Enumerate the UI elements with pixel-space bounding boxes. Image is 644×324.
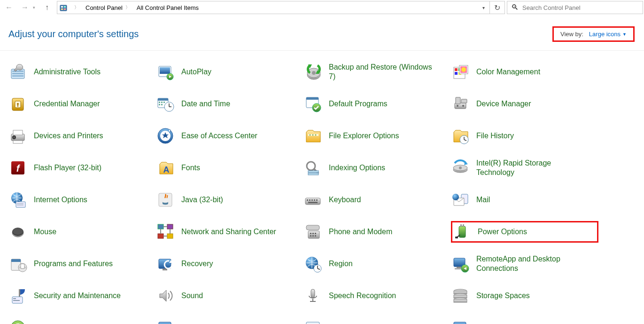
cp-item-region[interactable]: Region [303,253,451,275]
file-explorer-icon [303,126,322,145]
speech-icon [303,286,322,305]
phone-modem-icon [303,222,322,241]
cp-item-storage-spaces[interactable]: Storage Spaces [451,285,598,307]
cp-item-mouse[interactable]: Mouse [8,221,156,243]
system-icon [156,318,175,324]
view-by-control[interactable]: View by: Large icons▼ [552,26,635,42]
taskbar-icon [303,318,322,324]
cp-item-label: Network and Sharing Center [181,227,276,237]
back-button[interactable]: ← [5,3,13,12]
cp-item-date-and-time[interactable]: Date and Time [156,93,303,115]
fonts-icon [156,158,175,177]
cp-item-backup-and-restore-windows-7[interactable]: Backup and Restore (Windows 7) [303,61,451,83]
cp-item-label: File Explorer Options [329,131,399,141]
cp-item-remoteapp-and-desktop-connections[interactable]: RemoteApp and Desktop Connections [451,253,598,275]
cp-item-speech-recognition[interactable]: Speech Recognition [303,285,451,307]
breadcrumb-root[interactable]: 〉 [70,1,84,14]
cp-item-security-and-maintenance[interactable]: Security and Maintenance [8,285,156,307]
cp-item-label: Ease of Access Center [181,131,257,141]
device-mgr-icon [451,95,470,113]
view-by-dropdown[interactable]: Large icons▼ [589,31,627,38]
chevron-right-icon: 〉 [71,4,82,11]
breadcrumb-control-panel[interactable]: Control Panel〉 [84,1,135,14]
refresh-button[interactable]: ↻ [489,1,504,14]
troubleshoot-icon [451,318,470,324]
chevron-down-icon: ▼ [622,32,627,37]
cp-item-file-history[interactable]: File History [451,125,598,147]
cp-item-file-explorer-options[interactable]: File Explorer Options [303,125,451,147]
cp-item-system[interactable]: System [156,317,303,324]
cp-item-administrative-tools[interactable]: Administrative Tools [8,61,156,83]
address-history-dropdown[interactable]: ▾ [478,5,489,10]
cp-item-flash-player-32-bit[interactable]: Flash Player (32-bit) [8,157,156,179]
cp-item-taskbar-and-navigation[interactable]: Taskbar and Navigation [303,317,451,324]
cp-item-label: Fonts [181,163,200,173]
cp-item-label: Backup and Restore (Windows 7) [329,63,437,81]
indexing-icon [303,158,322,177]
cp-item-label: Recovery [181,259,213,269]
address-bar[interactable]: 〉 Control Panel〉 All Control Panel Items… [57,1,505,14]
cp-item-label: Mouse [34,227,56,237]
cp-item-label: Internet Options [34,195,87,205]
cp-item-device-manager[interactable]: Device Manager [451,93,598,115]
cp-item-autoplay[interactable]: AutoPlay [156,61,303,83]
cp-item-credential-manager[interactable]: Credential Manager [8,93,156,115]
cp-item-label: Color Management [476,67,540,77]
cp-item-label: Power Options [478,227,527,237]
cp-item-label: Sound [181,291,203,300]
cp-item-color-management[interactable]: Color Management [451,61,598,83]
cp-item-recovery[interactable]: Recovery [156,253,303,275]
cp-item-label: Credential Manager [34,99,100,109]
cp-item-label: Mail [476,195,490,205]
cp-item-devices-and-printers[interactable]: Devices and Printers [8,125,156,147]
cp-item-label: Keyboard [329,195,361,205]
power-icon [452,222,471,241]
security-icon [8,286,27,305]
cp-item-network-and-sharing-center[interactable]: Network and Sharing Center [156,221,303,243]
intel-rst-icon [451,158,470,177]
cp-item-java-32-bit[interactable]: Java (32-bit) [156,189,303,211]
cp-item-internet-options[interactable]: Internet Options [8,189,156,211]
network-icon [156,222,175,241]
search-box[interactable]: 🔍︎ [507,1,643,14]
cp-item-default-programs[interactable]: Default Programs [303,93,451,115]
admin-tools-icon [8,63,27,81]
cp-item-keyboard[interactable]: Keyboard [303,189,451,211]
cp-item-fonts[interactable]: Fonts [156,157,303,179]
cp-item-power-options[interactable]: Power Options [451,221,598,243]
cp-item-indexing-options[interactable]: Indexing Options [303,157,451,179]
default-progs-icon [303,95,322,113]
cp-item-label: Security and Maintenance [34,291,121,300]
cp-item-ease-of-access-center[interactable]: Ease of Access Center [156,125,303,147]
breadcrumb-all-items[interactable]: All Control Panel Items [135,1,201,14]
cp-item-sync-center[interactable]: Sync Center [8,317,156,324]
region-icon [303,254,322,273]
cp-item-label: AutoPlay [181,67,211,77]
cp-item-intel-r-rapid-storage-technology[interactable]: Intel(R) Rapid Storage Technology [451,157,598,179]
devices-printers-icon [8,126,27,145]
cp-item-label: Storage Spaces [476,291,530,300]
up-button[interactable]: ↑ [43,3,51,12]
date-time-icon [156,95,175,113]
autoplay-icon [156,63,175,81]
page-title: Adjust your computer's settings [8,29,139,40]
cp-item-label: Device Manager [476,99,531,109]
ease-access-icon [156,126,175,145]
cp-item-troubleshooting[interactable]: Troubleshooting [451,317,598,324]
cp-item-phone-and-modem[interactable]: Phone and Modem [303,221,451,243]
cp-item-programs-and-features[interactable]: Programs and Features [8,253,156,275]
color-mgmt-icon [451,63,470,81]
sound-icon [156,286,175,305]
file-history-icon [451,126,470,145]
recovery-icon [156,254,175,273]
java-icon [156,190,175,209]
cp-item-mail[interactable]: Mail [451,189,598,211]
forward-button[interactable]: → [21,3,29,12]
search-input[interactable] [522,4,643,11]
cp-item-label: Date and Time [181,99,230,109]
view-by-label: View by: [560,31,583,38]
cp-item-label: Flash Player (32-bit) [34,163,101,173]
cp-item-label: Speech Recognition [329,291,396,300]
cp-item-sound[interactable]: Sound [156,285,303,307]
history-dropdown-icon[interactable]: ▾ [33,5,35,10]
